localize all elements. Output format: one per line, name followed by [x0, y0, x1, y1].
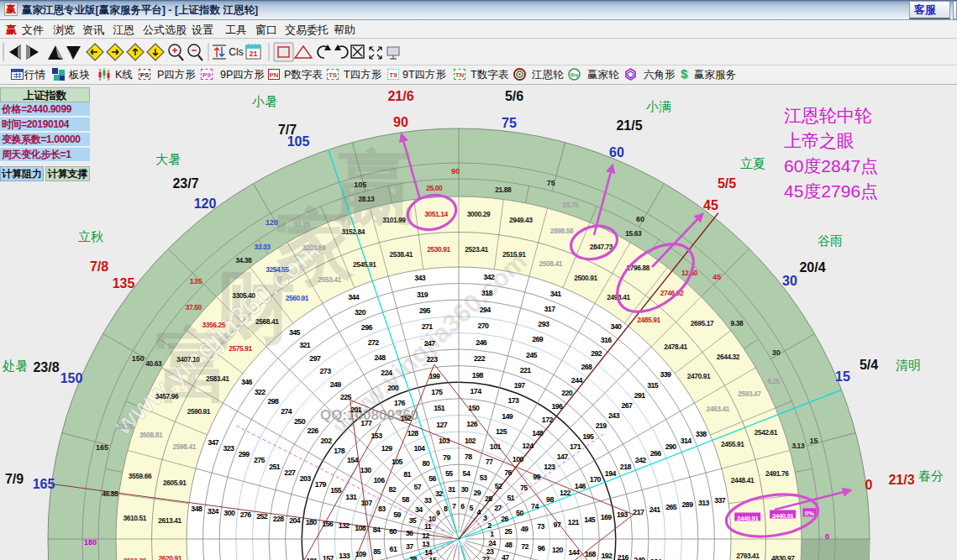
svg-text:101: 101	[490, 442, 502, 451]
svg-text:201: 201	[350, 406, 362, 414]
svg-text:61: 61	[390, 545, 397, 553]
svg-text:79: 79	[443, 453, 450, 462]
svg-text:21: 21	[249, 50, 257, 58]
svg-text:340: 340	[610, 322, 622, 331]
svg-text:227: 227	[284, 468, 296, 477]
svg-text:156: 156	[322, 520, 334, 528]
svg-text:2485.91: 2485.91	[637, 316, 660, 324]
svg-text:144: 144	[568, 548, 580, 557]
svg-text:90: 90	[451, 167, 460, 175]
svg-text:226: 226	[308, 427, 319, 435]
svg-text:246: 246	[476, 338, 487, 347]
svg-text:2568.41: 2568.41	[255, 317, 279, 326]
svg-text:276: 276	[240, 510, 252, 519]
svg-text:2508.41: 2508.41	[539, 259, 563, 268]
svg-text:104: 104	[413, 444, 425, 453]
svg-text:13: 13	[422, 540, 429, 548]
svg-text:3559.66: 3559.66	[129, 472, 152, 480]
svg-text:297: 297	[309, 354, 321, 363]
svg-text:33: 33	[424, 496, 432, 505]
svg-text:33.33: 33.33	[255, 243, 271, 251]
svg-text:Big: Big	[571, 72, 579, 77]
svg-text:122: 122	[560, 489, 571, 497]
svg-text:81: 81	[403, 470, 411, 479]
svg-text:99: 99	[533, 473, 540, 481]
svg-text:108: 108	[355, 524, 366, 532]
svg-text:5: 5	[469, 504, 473, 512]
svg-text:5/6: 5/6	[505, 89, 523, 103]
svg-text:179: 179	[315, 480, 327, 489]
svg-text:22: 22	[482, 555, 490, 560]
svg-text:221: 221	[520, 366, 532, 374]
svg-text:29: 29	[474, 489, 481, 497]
svg-text:32: 32	[435, 489, 443, 498]
svg-text:120: 120	[194, 196, 217, 211]
svg-text:135: 135	[113, 276, 135, 290]
svg-text:45度2796点: 45度2796点	[784, 181, 878, 201]
svg-text:2553.41: 2553.41	[318, 275, 342, 284]
svg-text:202: 202	[321, 437, 333, 445]
svg-text:6: 6	[460, 502, 465, 510]
svg-text:82: 82	[388, 485, 396, 494]
svg-text:55: 55	[445, 469, 453, 478]
svg-text:85: 85	[373, 547, 381, 556]
svg-text:2530.91: 2530.91	[427, 245, 450, 254]
svg-text:74: 74	[531, 502, 539, 510]
svg-text:60: 60	[389, 527, 397, 536]
svg-text:295: 295	[419, 306, 431, 315]
svg-text:37: 37	[406, 542, 413, 551]
svg-text:150: 150	[60, 371, 83, 385]
svg-text:242: 242	[635, 456, 647, 464]
svg-text:150: 150	[132, 354, 145, 363]
svg-text:48: 48	[505, 541, 513, 549]
svg-text:2523.41: 2523.41	[465, 245, 488, 254]
svg-text:103: 103	[439, 437, 450, 445]
svg-text:130: 130	[360, 466, 372, 474]
svg-text:25.00: 25.00	[426, 184, 443, 192]
svg-text:2455.91: 2455.91	[721, 440, 744, 448]
svg-text:341: 341	[550, 290, 562, 298]
svg-text:170: 170	[590, 475, 602, 484]
svg-text:2598.41: 2598.41	[173, 442, 197, 451]
svg-text:58: 58	[402, 495, 409, 504]
svg-text:107: 107	[361, 499, 373, 507]
svg-text:106: 106	[374, 476, 386, 484]
svg-text:245: 245	[526, 351, 538, 359]
svg-text:40.63: 40.63	[145, 359, 162, 368]
svg-text:300: 300	[223, 509, 235, 517]
svg-text:2593.47: 2593.47	[738, 390, 761, 398]
svg-text:251: 251	[269, 463, 281, 471]
svg-text:3: 3	[483, 514, 487, 522]
svg-text:175: 175	[431, 388, 443, 396]
svg-text:12: 12	[422, 531, 429, 540]
svg-text:春分: 春分	[918, 468, 944, 483]
svg-text:53: 53	[480, 474, 487, 482]
svg-text:199: 199	[429, 372, 440, 380]
svg-text:3.13: 3.13	[791, 442, 804, 450]
svg-text:172: 172	[542, 416, 554, 424]
svg-text:178: 178	[334, 447, 345, 455]
svg-text:57: 57	[414, 483, 422, 491]
svg-text:100: 100	[513, 455, 524, 463]
svg-text:2440.91: 2440.91	[737, 515, 759, 522]
svg-text:197: 197	[514, 381, 526, 390]
svg-text:181: 181	[306, 557, 318, 560]
svg-text:2542.61: 2542.61	[755, 428, 778, 437]
svg-text:54: 54	[463, 469, 471, 478]
svg-text:133: 133	[339, 552, 350, 560]
svg-text:3051.14: 3051.14	[424, 210, 448, 218]
svg-text:11: 11	[424, 522, 432, 531]
svg-text:153: 153	[371, 432, 383, 440]
svg-text:36: 36	[406, 529, 413, 537]
svg-text:196: 196	[551, 402, 563, 411]
svg-text:51: 51	[507, 494, 515, 502]
svg-text:60: 60	[609, 145, 624, 160]
svg-text:337: 337	[714, 496, 726, 505]
svg-text:129: 129	[381, 444, 393, 453]
svg-text:34.38: 34.38	[235, 256, 252, 264]
svg-text:244: 244	[571, 376, 583, 385]
svg-text:320: 320	[355, 308, 366, 317]
svg-text:152: 152	[401, 414, 413, 422]
svg-text:4830.97: 4830.97	[771, 554, 795, 560]
svg-text:289: 289	[682, 500, 694, 509]
